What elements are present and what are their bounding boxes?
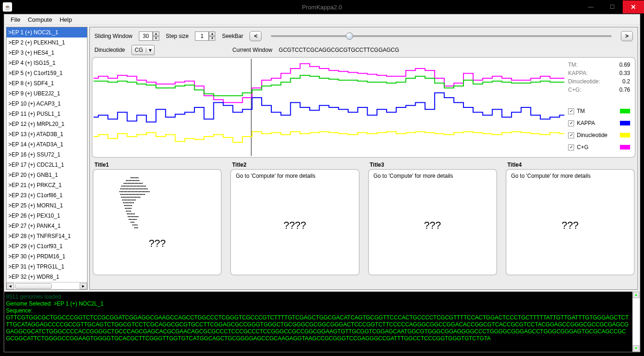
svg-rect-106 [141, 194, 142, 195]
legend-kappa[interactable]: ✓KAPPA [568, 120, 630, 126]
sequence-list-item[interactable]: >EP 26 (+) PEX10_1 [6, 211, 87, 221]
svg-rect-81 [136, 191, 137, 192]
dinucleotide-select[interactable]: CG ▼ [131, 45, 155, 55]
sequence-list-item[interactable]: >EP 3 (+) HES4_1 [6, 48, 87, 58]
sequence-list-item[interactable]: >EP 2 (+) PLEKHN1_1 [6, 37, 87, 48]
sequence-list-item[interactable]: >EP 21 (+) PRKCZ_1 [6, 180, 87, 190]
sequence-list-item[interactable]: >EP 32 (+) WDR8_1 [6, 272, 87, 282]
legend-tm[interactable]: ✓TM [568, 108, 630, 114]
sliding-window-spinner[interactable]: ▲▼ [139, 31, 159, 41]
menu-file[interactable]: File [7, 15, 24, 25]
sequence-list-item[interactable]: >EP 10 (+) ACAP3_1 [6, 99, 87, 109]
sequence-list-item[interactable]: >EP 9 (+) UBE2J2_1 [6, 88, 87, 99]
sequence-list-item[interactable]: >EP 14 (+) ATAD3A_1 [6, 139, 87, 150]
menu-help[interactable]: Help [56, 15, 76, 25]
close-button[interactable]: ✕ [623, 0, 644, 13]
sw-up[interactable]: ▲ [153, 31, 159, 36]
step-size-input[interactable] [195, 31, 209, 41]
sequence-list-item[interactable]: >EP 25 (+) MORN1_1 [6, 200, 87, 211]
console-output[interactable]: 8511 genomes loaded Genome Selected: >EP… [4, 292, 640, 352]
svg-rect-16 [138, 180, 139, 181]
svg-rect-21 [129, 183, 130, 184]
checkbox-icon[interactable]: ✓ [568, 132, 574, 138]
svg-rect-109 [121, 197, 122, 198]
sw-down[interactable]: ▼ [153, 36, 159, 41]
svg-rect-96 [127, 194, 128, 195]
svg-rect-94 [125, 194, 125, 195]
scroll-up-button[interactable]: ▲ [633, 292, 639, 298]
sequence-list-item[interactable]: >EP 12 (+) MRPL20_1 [6, 119, 87, 129]
svg-rect-56 [130, 188, 131, 189]
sequence-list-item[interactable]: >EP 28 (+) TNFRSF14_1 [6, 231, 87, 241]
scroll-thumb[interactable] [15, 283, 52, 289]
svg-rect-161 [134, 213, 135, 214]
scroll-right-button[interactable]: ► [80, 283, 87, 289]
color-swatch [620, 145, 630, 150]
sequence-list-item[interactable]: >EP 31 (+) TPRG1L_1 [6, 262, 87, 272]
scroll-left-button[interactable]: ◄ [6, 283, 14, 289]
sequence-list-item[interactable]: >EP 30 (+) PRDM16_1 [6, 251, 87, 262]
sequence-list-item[interactable]: >EP 23 (+) C1orf86_1 [6, 190, 87, 200]
svg-rect-167 [135, 216, 136, 217]
sequence-list-item[interactable]: >EP 11 (+) PUSL1_1 [6, 109, 87, 119]
svg-rect-62 [138, 188, 139, 189]
scroll-down-button[interactable]: ▼ [633, 345, 639, 352]
ss-up[interactable]: ▲ [209, 31, 215, 36]
chart-area[interactable] [94, 59, 564, 156]
svg-rect-27 [138, 183, 138, 184]
sequence-list-item[interactable]: >EP 29 (+) C1orf93_1 [6, 241, 87, 251]
sequence-list-item[interactable]: >EP 8 (+) SDF4_1 [6, 78, 87, 88]
svg-rect-126 [126, 200, 127, 200]
sequence-list-item[interactable]: >EP 1 (+) NOC2L_1 [6, 27, 87, 37]
minimize-button[interactable]: — [580, 0, 601, 13]
seek-back-button[interactable]: < [250, 31, 262, 41]
color-swatch [620, 109, 630, 113]
svg-rect-134 [125, 202, 125, 203]
step-size-spinner[interactable]: ▲▼ [195, 31, 215, 41]
sequence-list-item[interactable]: >EP 17 (+) CDC2L1_1 [6, 160, 87, 170]
sequence-list-item[interactable]: >EP 16 (+) SSU72_1 [6, 150, 87, 160]
sequence-list-item[interactable]: >EP 5 (+) C1orf159_1 [6, 68, 87, 78]
svg-rect-85 [142, 191, 143, 192]
svg-rect-58 [133, 188, 134, 189]
svg-rect-72 [124, 191, 125, 192]
svg-rect-139 [131, 202, 132, 203]
svg-rect-185 [137, 227, 138, 228]
color-swatch [620, 121, 630, 125]
checkbox-icon[interactable]: ✓ [568, 108, 574, 114]
svg-rect-7 [126, 180, 127, 181]
svg-rect-101 [134, 194, 135, 195]
checkbox-icon[interactable]: ✓ [568, 144, 574, 150]
svg-rect-49 [120, 188, 121, 189]
svg-rect-171 [130, 219, 131, 220]
menu-compute[interactable]: Compute [24, 15, 56, 25]
sidebar-hscrollbar[interactable]: ◄ ► [6, 282, 87, 289]
svg-rect-73 [125, 191, 126, 192]
maximize-button[interactable]: ☐ [601, 0, 623, 13]
sequence-list-item[interactable]: >EP 4 (+) ISG15_1 [6, 58, 87, 68]
svg-rect-35 [127, 186, 128, 187]
card4-qmark: ??? [511, 179, 629, 272]
svg-rect-114 [128, 197, 129, 198]
seekbar-thumb[interactable] [346, 32, 353, 40]
svg-rect-80 [135, 191, 136, 192]
ss-down[interactable]: ▼ [209, 36, 215, 41]
console-vscrollbar[interactable]: ▲ ▼ [632, 292, 640, 352]
sequence-list-item[interactable]: >EP 27 (+) PANK4_1 [6, 221, 87, 231]
sequence-list-item[interactable]: >EP 20 (+) GNB1_1 [6, 170, 87, 180]
checkbox-icon[interactable]: ✓ [568, 120, 574, 126]
sliding-window-input[interactable] [139, 31, 153, 41]
svg-rect-150 [129, 208, 130, 209]
sequence-list-item[interactable]: >EP 13 (+) ATAD3B_1 [6, 129, 87, 139]
svg-rect-110 [123, 197, 124, 198]
svg-rect-69 [119, 191, 120, 192]
svg-rect-15 [137, 180, 138, 181]
seekbar-track[interactable] [271, 35, 612, 37]
svg-rect-88 [146, 191, 147, 192]
sequence-list[interactable]: >EP 1 (+) NOC2L_1>EP 2 (+) PLEKHN1_1>EP … [6, 27, 87, 282]
legend-cg[interactable]: ✓C+G [568, 144, 630, 150]
svg-rect-95 [126, 194, 127, 195]
legend-din[interactable]: ✓Dinucleotide [568, 132, 630, 138]
seek-fwd-button[interactable]: > [621, 31, 633, 41]
svg-rect-14 [136, 180, 137, 181]
